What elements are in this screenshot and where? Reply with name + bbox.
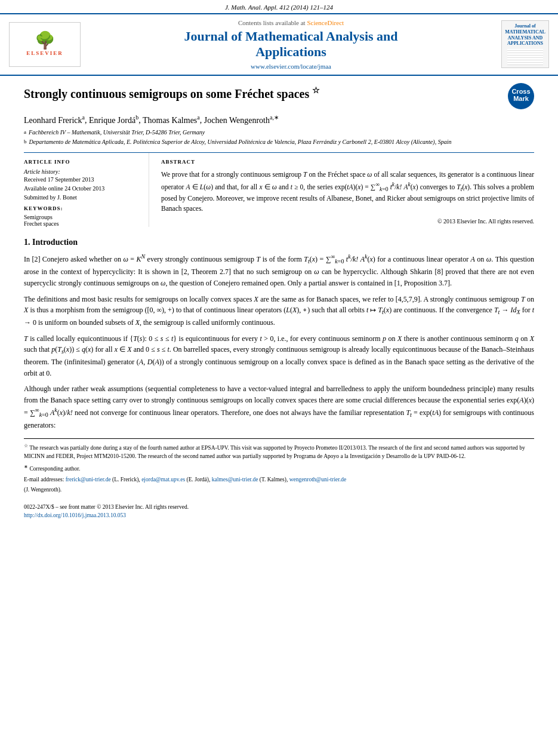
journal-header: 🌳 ELSEVIER Contents lists available at S… — [0, 13, 558, 76]
intro-paragraph-4: Although under rather weak assumptions (… — [24, 383, 534, 431]
info-abstract-section: ARTICLE INFO Article history: Received 1… — [24, 152, 534, 227]
copyright-notice: © 2013 Elsevier Inc. All rights reserved… — [161, 218, 534, 225]
elsevier-tree-icon: 🌳 — [35, 32, 56, 49]
email-jorda[interactable]: ejorda@mat.upv.es — [141, 477, 185, 483]
abstract-text: We prove that for a strongly continuous … — [161, 170, 534, 214]
article-info-panel: ARTICLE INFO Article history: Received 1… — [24, 153, 149, 227]
svg-text:Cross: Cross — [511, 88, 530, 95]
issn-line: 0022-247X/$ – see front matter © 2013 El… — [24, 503, 534, 511]
doi-line: http://dx.doi.org/10.1016/j.jmaa.2013.10… — [24, 511, 534, 520]
journal-title: Journal of Mathematical Analysis and App… — [90, 29, 492, 60]
crossmark-badge: Cross Mark — [508, 83, 534, 109]
article-history-block: Article history: Received 17 September 2… — [24, 168, 141, 201]
intro-paragraph-2: The definitions and most basic results f… — [24, 294, 534, 328]
wengenroth-label: (J. Wengenroth). — [24, 486, 534, 494]
citation-bar: J. Math. Anal. Appl. 412 (2014) 121–124 — [0, 0, 558, 13]
affiliation-b: b Departamento de Matemática Aplicada, E… — [24, 138, 534, 146]
footnote-star: ☆ The research was partially done during… — [24, 442, 534, 461]
affiliation-a: a Fachbereich IV – Mathematik, Universit… — [24, 128, 534, 137]
header-center: Contents lists available at ScienceDirec… — [90, 19, 492, 70]
submitted-by: Submitted by J. Bonet — [24, 194, 141, 201]
doi-link[interactable]: http://dx.doi.org/10.1016/j.jmaa.2013.10… — [24, 512, 126, 518]
available-date: Available online 24 October 2013 — [24, 185, 141, 192]
article-title: Strongly continuous semigroups on some F… — [24, 85, 502, 101]
journal-thumbnail: Journal ofMATHEMATICALANALYSIS ANDAPPLIC… — [501, 20, 549, 68]
keyword-semigroups: Semigroups — [24, 214, 141, 220]
keywords-section: Keywords: Semigroups Frechet spaces — [24, 205, 141, 227]
intro-paragraph-3: T is called locally equicontinuous if {T… — [24, 333, 534, 379]
elsevier-logo-box: 🌳 ELSEVIER — [9, 22, 81, 67]
elsevier-logo-area: 🌳 ELSEVIER — [6, 22, 84, 67]
email-frerick[interactable]: frerick@uni-trier.de — [66, 477, 111, 483]
abstract-heading: ABSTRACT — [161, 159, 534, 165]
journal-cover-thumb: Journal ofMATHEMATICALANALYSIS ANDAPPLIC… — [498, 20, 552, 68]
svg-text:Mark: Mark — [513, 95, 529, 102]
authors-line: Leonhard Frericka, Enrique Jordáb, Thoma… — [24, 114, 534, 125]
email-wengenroth[interactable]: wengenroth@uni-trier.de — [289, 477, 347, 483]
main-content: Strongly continuous semigroups on some F… — [0, 76, 558, 526]
affiliations: a Fachbereich IV – Mathematik, Universit… — [24, 128, 534, 146]
thumbnail-lines — [507, 49, 543, 66]
footnote-asterisk: ∗ Corresponding author. — [24, 463, 534, 474]
page: J. Math. Anal. Appl. 412 (2014) 121–124 … — [0, 0, 558, 756]
abstract-panel: ABSTRACT We prove that for a strongly co… — [161, 153, 534, 227]
email-addresses: E-mail addresses: frerick@uni-trier.de (… — [24, 476, 534, 484]
elsevier-brand-text: ELSEVIER — [26, 50, 63, 56]
bottom-bar: 0022-247X/$ – see front matter © 2013 El… — [24, 503, 534, 520]
email-kalmes[interactable]: kalmes@uni-trier.de — [212, 477, 258, 483]
article-info-heading: ARTICLE INFO — [24, 159, 141, 165]
introduction-heading: 1. Introduction — [24, 238, 534, 247]
keyword-frechet: Frechet spaces — [24, 220, 141, 227]
history-label: Article history: — [24, 168, 141, 175]
journal-url: www.elsevier.com/locate/jmaa — [90, 63, 492, 70]
science-direct-label: Contents lists available at ScienceDirec… — [90, 19, 492, 26]
intro-paragraph-1: In [2] Conejero asked whether on ω = KN … — [24, 252, 534, 288]
science-direct-link[interactable]: ScienceDirect — [307, 19, 344, 26]
star-footnote-icon: ☆ — [312, 86, 320, 95]
keywords-label: Keywords: — [24, 205, 141, 211]
footnote-divider — [24, 438, 534, 439]
received-date: Received 17 September 2013 — [24, 176, 141, 183]
citation-text: J. Math. Anal. Appl. 412 (2014) 121–124 — [225, 4, 333, 11]
crossmark-icon: Cross Mark — [508, 83, 534, 109]
